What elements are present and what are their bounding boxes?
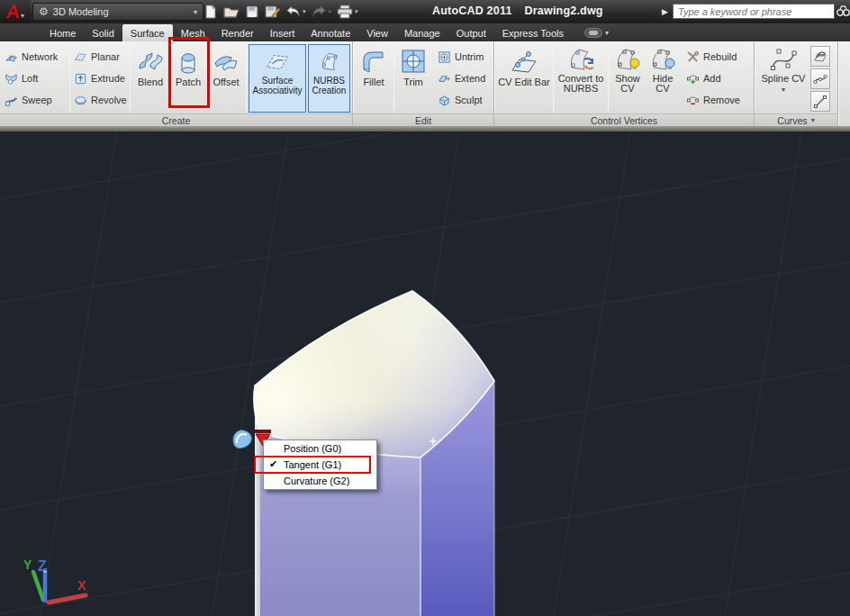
tab-render[interactable]: Render bbox=[213, 24, 262, 41]
tab-solid[interactable]: Solid bbox=[84, 24, 122, 41]
blend-surface-icon bbox=[136, 46, 165, 77]
tab-surface[interactable]: Surface bbox=[122, 24, 173, 41]
untrim-icon bbox=[438, 50, 451, 64]
planar-button[interactable]: Planar bbox=[71, 46, 129, 68]
nurbs-creation-toggle[interactable]: NURBS Creation bbox=[308, 44, 350, 113]
remove-cv-icon bbox=[686, 94, 700, 107]
save-icon bbox=[245, 5, 259, 19]
tab-annotate[interactable]: Annotate bbox=[303, 24, 358, 41]
spline-cv-button[interactable]: Spline CV ▾ bbox=[756, 43, 810, 113]
annotation-box-tangent bbox=[254, 456, 371, 474]
cv-edit-bar-icon bbox=[509, 46, 539, 77]
rebuild-button[interactable]: Rebuild bbox=[683, 46, 746, 68]
extract-isolines-button[interactable] bbox=[810, 46, 830, 67]
panel-label-control-vertices[interactable]: Control Vertices bbox=[494, 113, 754, 126]
tab-output[interactable]: Output bbox=[448, 24, 494, 41]
open-folder-icon bbox=[223, 5, 240, 19]
caret-down-icon: ▾ bbox=[605, 29, 609, 37]
undo-dropdown[interactable]: ▾ bbox=[303, 8, 306, 15]
spline-fit-icon bbox=[813, 72, 827, 86]
plot-dropdown[interactable]: ▾ bbox=[355, 8, 358, 15]
window-title: AutoCAD 2011 Drawing2.dwg bbox=[432, 5, 666, 17]
tab-view[interactable]: View bbox=[358, 24, 396, 41]
spline-cv-dropdown[interactable]: ▾ bbox=[782, 85, 785, 95]
network-surface-icon bbox=[5, 50, 18, 64]
sculpt-button[interactable]: Sculpt bbox=[435, 89, 491, 111]
sweep-button[interactable]: Sweep bbox=[2, 89, 68, 111]
gear-icon: ⚙ bbox=[39, 5, 49, 18]
extrude-button[interactable]: Extrude bbox=[71, 68, 129, 89]
fillet-surface-icon bbox=[359, 46, 388, 77]
save-button[interactable] bbox=[245, 5, 259, 19]
undo-icon bbox=[285, 5, 301, 18]
untrim-button[interactable]: Untrim bbox=[435, 46, 491, 68]
ribbon-display-toggle[interactable]: ▾ bbox=[584, 23, 609, 41]
spline-cv-icon bbox=[768, 46, 799, 73]
search-input[interactable] bbox=[673, 4, 835, 19]
hide-cv-button[interactable]: Hide CV bbox=[646, 43, 680, 113]
ucs-z-label: Z bbox=[38, 558, 47, 574]
menu-item-position-g0[interactable]: Position (G0) bbox=[264, 440, 376, 457]
save-as-button[interactable] bbox=[265, 5, 280, 19]
network-button[interactable]: Network bbox=[2, 46, 68, 68]
caret-down-icon: ▾ bbox=[194, 8, 197, 16]
revolve-button[interactable]: Revolve bbox=[71, 89, 129, 111]
sweep-icon bbox=[5, 94, 18, 107]
redo-button[interactable]: ▾ bbox=[312, 5, 332, 18]
infocenter-arrow-icon[interactable]: ▶ bbox=[662, 7, 668, 16]
workspace-name: 3D Modeling bbox=[53, 6, 109, 17]
plot-button[interactable]: ▾ bbox=[337, 5, 358, 19]
panel-curves: Spline CV ▾ Curves ▾ bbox=[755, 41, 838, 126]
quick-access-toolbar: ▾ ▾ ▾ bbox=[203, 3, 358, 21]
panel-label-edit[interactable]: Edit bbox=[353, 113, 493, 126]
extend-button[interactable]: Extend bbox=[435, 68, 491, 89]
loft-button[interactable]: Loft bbox=[2, 68, 68, 89]
hide-cv-icon bbox=[648, 46, 677, 73]
show-cv-icon bbox=[613, 46, 642, 73]
sculpt-icon bbox=[438, 94, 451, 107]
loft-icon bbox=[5, 72, 18, 86]
add-cv-button[interactable]: Add bbox=[683, 68, 746, 89]
fillet-button[interactable]: Fillet bbox=[355, 43, 393, 113]
cv-edit-bar-button[interactable]: CV Edit Bar bbox=[496, 43, 552, 113]
viewport-3d: Y Z X bbox=[0, 131, 850, 616]
save-as-icon bbox=[265, 5, 280, 19]
autocad-window: A ▾ ⚙ 3D Modeling ▾ ▾ ▾ ▾ AutoCAD 2011 D… bbox=[0, 0, 850, 616]
panel-control-vertices: CV Edit Bar Convert to NURBS Show CV Hid… bbox=[494, 41, 755, 126]
line-button[interactable] bbox=[810, 91, 830, 112]
spline-fit-button[interactable] bbox=[810, 68, 830, 89]
open-file-button[interactable] bbox=[223, 5, 240, 19]
panel-label-create[interactable]: Create bbox=[0, 113, 352, 126]
convert-to-nurbs-button[interactable]: Convert to NURBS bbox=[555, 43, 607, 113]
tab-insert[interactable]: Insert bbox=[262, 24, 303, 41]
surface-associativity-toggle[interactable]: Surface Associativity bbox=[249, 44, 306, 113]
ucs-y-label: Y bbox=[23, 557, 32, 572]
extrude-icon bbox=[74, 72, 87, 86]
panel-label-curves[interactable]: Curves ▾ bbox=[755, 113, 837, 126]
offset-button[interactable]: Offset bbox=[207, 43, 245, 113]
caret-down-icon: ▾ bbox=[811, 116, 815, 124]
remove-cv-button[interactable]: Remove bbox=[683, 89, 746, 111]
convert-to-nurbs-icon bbox=[566, 46, 595, 73]
planar-surface-icon bbox=[74, 50, 87, 64]
annotation-box-patch bbox=[168, 37, 210, 108]
tab-express-tools[interactable]: Express Tools bbox=[494, 24, 572, 41]
add-cv-icon bbox=[686, 72, 700, 86]
undo-button[interactable]: ▾ bbox=[285, 5, 306, 18]
blend-button[interactable]: Blend bbox=[131, 43, 169, 113]
tab-manage[interactable]: Manage bbox=[396, 24, 448, 41]
workspace-selector[interactable]: ⚙ 3D Modeling ▾ bbox=[32, 3, 203, 21]
document-name: Drawing2.dwg bbox=[525, 5, 603, 17]
drawing-area[interactable]: Y Z X bbox=[0, 131, 850, 616]
search-binoculars-icon[interactable] bbox=[836, 5, 850, 22]
show-cv-button[interactable]: Show CV bbox=[610, 43, 646, 113]
trim-surface-icon bbox=[399, 46, 428, 77]
trim-button[interactable]: Trim bbox=[395, 43, 431, 113]
tab-home[interactable]: Home bbox=[41, 24, 84, 41]
extend-icon bbox=[438, 72, 451, 86]
menu-item-curvature-g2[interactable]: Curvature (G2) bbox=[264, 473, 376, 489]
rebuild-icon bbox=[686, 50, 700, 64]
new-file-button[interactable] bbox=[203, 5, 218, 19]
redo-dropdown[interactable]: ▾ bbox=[329, 8, 332, 15]
application-menu-button[interactable]: A ▾ bbox=[0, 0, 31, 23]
